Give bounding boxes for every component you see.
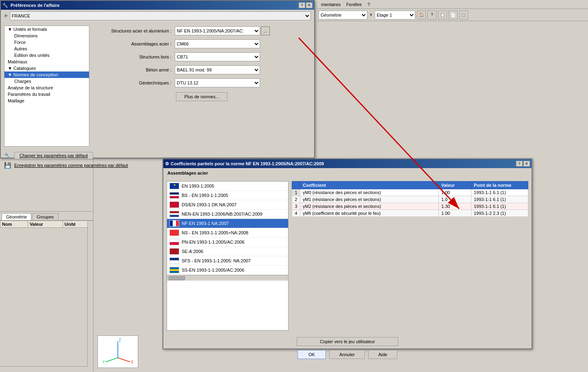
prefs-tree-item-8[interactable]: Charges	[4, 78, 89, 84]
country-select[interactable]: FRANCE	[10, 11, 311, 20]
norm-label-0: EN 1993-1:2005	[182, 184, 214, 188]
coeffs-ok-btn[interactable]: OK	[297, 350, 326, 359]
prefs-sidebar: ▼ Unités et formats Dimensions Force Aut…	[4, 26, 89, 147]
coeffs-dialog: ⚙ Coefficients partiels pour la norme NF…	[163, 158, 532, 349]
form-select-0[interactable]: NF EN 1993-1:2005/NA:2007/AC:	[175, 26, 260, 35]
norm-label-2: DS/EN 1993-1 DK NA:2007	[182, 202, 237, 207]
col-num-header	[292, 182, 300, 189]
row-point-0: 1993-1-1 6.1 (1)	[471, 189, 528, 196]
prefs-tree-item-10[interactable]: Paramètres du travail	[4, 91, 89, 97]
form-row-4: Géotechniques :DTU 13.12	[93, 78, 310, 87]
norm-item-2[interactable]: DS/EN 1993-1 DK NA:2007	[167, 200, 288, 210]
svg-line-1	[106, 358, 118, 362]
toolbar-btn-1[interactable]: 🏠	[417, 11, 426, 19]
tab-bar: Géométrie Groupes	[0, 212, 93, 221]
prefs-tree-item-7[interactable]: ▼ Normes de conception	[4, 71, 89, 78]
row-num-1: 2	[292, 196, 300, 203]
prefs-tree-item-2[interactable]: Force	[4, 39, 89, 45]
flag-icon-ns	[169, 229, 179, 236]
norm-item-8[interactable]: SFS - EN 1993-1-1:2005: NA:2007	[167, 256, 288, 266]
help-btn[interactable]: ?	[299, 2, 305, 8]
svg-line-0	[118, 358, 130, 362]
col-point-header: Point de la norme	[471, 182, 528, 189]
enregistrer-link[interactable]: Enregistrer les paramètres comme paramèt…	[14, 163, 128, 168]
toolbar-btn-3[interactable]: 📋	[438, 11, 447, 19]
copy-btn[interactable]: Copier vers le jeu utilisateur	[297, 337, 398, 346]
tab-geometrie[interactable]: Géométrie	[2, 213, 31, 220]
row-valeur-0[interactable]: 1.00	[439, 189, 471, 196]
row-num-2: 3	[292, 203, 300, 210]
norm-item-7[interactable]: SE-A:2006	[167, 247, 288, 256]
prefs-tree-item-9[interactable]: Analyse de la structure	[4, 84, 89, 91]
col-nom: Nom	[0, 221, 28, 228]
close-btn[interactable]: ✕	[306, 2, 312, 8]
col-valeur-header: Valeur	[439, 182, 471, 189]
form-label-0: Structures acier et aluminium :	[93, 28, 175, 33]
form-select-4[interactable]: DTU 13.12	[175, 78, 260, 87]
plus-normes-btn[interactable]: Plus de normes...	[176, 92, 228, 101]
form-select-1[interactable]: CM66	[175, 39, 260, 48]
norm-item-6[interactable]: PN-EN 1993-1-1:2005/AC:2006	[167, 238, 288, 247]
row-valeur-3[interactable]: 1.00	[439, 210, 471, 217]
prefs-tree-item-5[interactable]: Matériaux	[4, 58, 89, 65]
charger-icon: 🔧	[4, 152, 11, 159]
row-num-0: 1	[292, 189, 300, 196]
geometry-select[interactable]: Géométrie	[319, 11, 367, 19]
row-valeur-1[interactable]: 1.0	[439, 196, 471, 203]
etage-select[interactable]: Etage 1	[375, 11, 415, 19]
menu-fenetre[interactable]: Fenêtre	[344, 1, 364, 8]
norms-hscroll-thumb	[169, 276, 185, 280]
form-row-3: Béton armé :BAEL 91 mod. 99	[93, 65, 310, 74]
flag-icon-eu	[169, 183, 179, 189]
form-extra-btn-0[interactable]: ...	[261, 26, 270, 35]
coeffs-help-btn[interactable]: ?	[516, 161, 523, 167]
row-point-2: 1993-1-1 6.1 (1)	[471, 203, 528, 210]
horizontal-scrollbar[interactable]	[0, 366, 87, 372]
norm-item-9[interactable]: SS-EN 1993-1-1:2005/AC:2006	[167, 266, 288, 275]
coeffs-titlebar-buttons: ? ✕	[516, 161, 530, 167]
form-select-3[interactable]: BAEL 91 mod. 99	[175, 65, 260, 74]
norm-item-3[interactable]: NEN-EN 1993-1:2006/NB:2007/AC:2009	[167, 210, 288, 219]
menu-help[interactable]: ?	[365, 1, 372, 8]
form-label-1: Assemblages acier :	[93, 41, 175, 46]
vertical-scrollbar[interactable]	[87, 221, 93, 366]
prefs-tree-item-1[interactable]: Dimensions	[4, 32, 89, 39]
norm-item-5[interactable]: NS - EN 1993-1-1:2005+NA:2008	[167, 228, 288, 238]
form-row-2: Structures bois :CB71	[93, 52, 310, 61]
flag-icon-ss	[169, 267, 179, 273]
row-coeff-2: γM2 (résistance des pièces et sections)	[300, 203, 439, 210]
prefs-tree-item-3[interactable]: Autres	[4, 45, 89, 52]
coeffs-annuler-btn[interactable]: Annuler	[329, 350, 365, 359]
menu-mentaires[interactable]: mentaires	[319, 1, 343, 8]
prefs-tree-item-4[interactable]: Edition des unités	[4, 52, 89, 58]
norm-item-4[interactable]: NF EN 1993-1 NA:2007	[167, 219, 288, 228]
coeff-row-1: 2γM1 (résistance des pièces et sections)…	[292, 196, 528, 203]
prefs-titlebar: 🔧 Préférences de l'affaire ? ✕	[1, 1, 314, 10]
row-valeur-2[interactable]: 1.30	[439, 203, 471, 210]
form-label-2: Structures bois :	[93, 54, 175, 59]
norm-label-7: SE-A:2006	[182, 249, 203, 254]
coeff-row-0: 1γM0 (résistance des pièces et sections)…	[292, 189, 528, 196]
prefs-tree-item-11[interactable]: Maillage	[4, 97, 89, 104]
axes-svg: X Y Z	[102, 337, 134, 366]
section-label: Assemblages acier	[163, 168, 532, 178]
norm-item-0[interactable]: EN 1993-1:2005	[167, 182, 288, 191]
svg-text:Y: Y	[102, 360, 105, 364]
toolbar-btn-4[interactable]: 📄	[449, 11, 458, 19]
coeff-row-3: 4γMfi (coefficient de sécurité pour le f…	[292, 210, 528, 217]
prefs-tree-item-0[interactable]: ▼ Unités et formats	[4, 26, 89, 32]
coeffs-close-btn[interactable]: ✕	[523, 161, 530, 167]
tab-groupes[interactable]: Groupes	[32, 213, 58, 220]
prefs-tree-item-6[interactable]: ▼ Catalogues	[4, 65, 89, 71]
toolbar-btn-5[interactable]: ⬚	[459, 11, 468, 19]
form-label-4: Géotechniques :	[93, 80, 175, 85]
norm-item-1[interactable]: BS - EN 1993-1-1:2005	[167, 191, 288, 200]
norm-label-8: SFS - EN 1993-1-1:2005: NA:2007	[182, 258, 251, 263]
coeffs-aide-btn[interactable]: Aide	[368, 350, 397, 359]
charger-btn[interactable]: Charger les paramètres par défaut	[14, 152, 93, 159]
form-select-2[interactable]: CB71	[175, 52, 260, 61]
norms-hscrollbar[interactable]	[167, 275, 288, 281]
norm-label-6: PN-EN 1993-1-1:2005/AC:2006	[182, 240, 245, 244]
flag-icon-sfs	[169, 257, 179, 264]
toolbar-btn-2[interactable]: ?	[427, 11, 436, 19]
